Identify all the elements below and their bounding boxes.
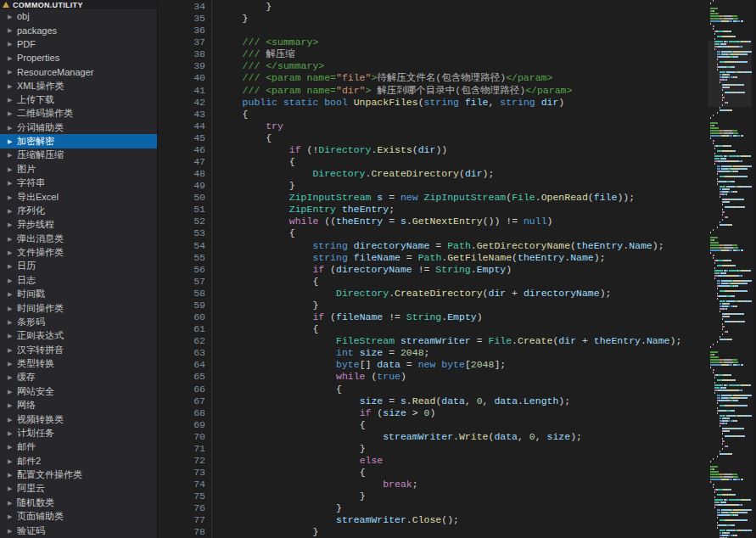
code-line-53[interactable]: 53{ [158, 227, 703, 239]
code-line-44[interactable]: 44try [158, 120, 703, 132]
code-line-68[interactable]: 68if (size > 0) [158, 407, 703, 419]
sidebar-item-24[interactable]: ▶正则表达式 [0, 329, 157, 343]
sidebar-item-10[interactable]: ▶加密解密 [0, 134, 157, 148]
code-text: { [219, 276, 318, 288]
sidebar-item-18[interactable]: ▶文件操作类 [0, 245, 157, 259]
sidebar-item-27[interactable]: ▶缓存 [0, 371, 157, 384]
code-line-35[interactable]: 35} [158, 13, 703, 25]
code-line-59[interactable]: 59} [158, 300, 703, 311]
sidebar-item-7[interactable]: ▶上传下载 [0, 92, 157, 106]
sidebar-item-4[interactable]: ▶Properties [0, 51, 157, 64]
code-line-50[interactable]: 50ZipInputStream s = new ZipInputStream(… [158, 192, 703, 204]
sidebar-item-35[interactable]: ▶阿里云 [0, 482, 157, 496]
code-line-71[interactable]: 71} [158, 443, 703, 455]
sidebar-item-33[interactable]: ▶邮件2 [0, 454, 157, 468]
code-line-66[interactable]: 66{ [158, 384, 703, 395]
code-line-43[interactable]: 43{ [158, 109, 703, 120]
sidebar-item-22[interactable]: ▶时间操作类 [0, 301, 157, 315]
code-line-36[interactable]: 36 [158, 25, 703, 36]
code-line-75[interactable]: 75} [158, 490, 703, 502]
code-line-41[interactable]: 41/// <param name="dir"> 解压到哪个目录中(包含物理路径… [158, 85, 703, 97]
sidebar-item-3[interactable]: ▶PDF [0, 37, 157, 51]
chevron-right-icon: ▶ [8, 430, 17, 436]
sidebar-item-2[interactable]: ▶packages [0, 23, 157, 36]
sidebar-item-26[interactable]: ▶类型转换 [0, 356, 157, 370]
chevron-right-icon: ▶ [8, 291, 17, 297]
code-text: size = s.Read(data, 0, data.Length); [219, 395, 570, 407]
sidebar-item-20[interactable]: ▶日志 [0, 273, 157, 287]
project-root-node[interactable]: COMMON.UTILITY [0, 0, 157, 9]
sidebar-item-5[interactable]: ▶ResourceManager [0, 65, 157, 79]
code-line-38[interactable]: 38/// 解压缩 [158, 48, 703, 60]
sidebar-item-31[interactable]: ▶计划任务 [0, 426, 157, 440]
sidebar-item-label: ResourceManager [17, 67, 94, 77]
solution-tree: ▶obj▶packages▶PDF▶Properties▶ResourceMan… [0, 9, 157, 538]
line-number: 59 [158, 300, 205, 311]
code-line-42[interactable]: 42public static bool UnpackFiles(string … [158, 97, 703, 109]
sidebar-item-14[interactable]: ▶导出Excel [0, 190, 157, 204]
code-line-46[interactable]: 46if (!Directory.Exists(dir)) [158, 144, 703, 156]
code-line-73[interactable]: 73{ [158, 467, 703, 479]
code-line-74[interactable]: 74break; [158, 479, 703, 490]
code-line-55[interactable]: 55string fileName = Path.GetFileName(the… [158, 252, 703, 264]
code-line-78[interactable]: 78} [158, 526, 703, 538]
sidebar-item-1[interactable]: ▶obj [0, 9, 157, 23]
code-line-67[interactable]: 67size = s.Read(data, 0, data.Length); [158, 395, 703, 407]
code-line-70[interactable]: 70streamWriter.Write(data, 0, size); [158, 431, 703, 443]
code-line-40[interactable]: 40/// <param name="file">待解压文件名(包含物理路径)<… [158, 72, 703, 84]
code-text: { [219, 419, 366, 431]
sidebar-item-34[interactable]: ▶配置文件操作类 [0, 468, 157, 481]
code-line-58[interactable]: 58Directory.CreateDirectory(dir + direct… [158, 288, 703, 300]
sidebar-item-12[interactable]: ▶图片 [0, 162, 157, 176]
sidebar-item-6[interactable]: ▶XML操作类 [0, 79, 157, 92]
code-line-49[interactable]: 49} [158, 180, 703, 192]
code-line-57[interactable]: 57{ [158, 276, 703, 288]
sidebar-item-36[interactable]: ▶随机数类 [0, 496, 157, 509]
minimap[interactable] [708, 0, 752, 538]
sidebar-item-9[interactable]: ▶分词辅助类 [0, 120, 157, 134]
code-line-56[interactable]: 56if (directoryName != String.Empty) [158, 264, 703, 276]
code-line-39[interactable]: 39/// </summary> [158, 60, 703, 72]
sidebar-item-38[interactable]: ▶验证码 [0, 524, 157, 537]
minimap-slider[interactable] [708, 41, 752, 107]
sidebar-item-23[interactable]: ▶条形码 [0, 315, 157, 328]
sidebar-item-11[interactable]: ▶压缩解压缩 [0, 149, 157, 162]
chevron-right-icon: ▶ [8, 55, 17, 61]
sidebar-item-25[interactable]: ▶汉字转拼音 [0, 343, 157, 356]
code-line-65[interactable]: 65while (true) [158, 371, 703, 383]
code-line-61[interactable]: 61{ [158, 323, 703, 335]
sidebar-item-29[interactable]: ▶网络 [0, 399, 157, 412]
chevron-right-icon: ▶ [8, 83, 17, 89]
code-line-77[interactable]: 77streamWriter.Close(); [158, 514, 703, 526]
sidebar-item-16[interactable]: ▶异步线程 [0, 218, 157, 232]
sidebar-item-19[interactable]: ▶日历 [0, 260, 157, 273]
code-line-34[interactable]: 34} [158, 1, 703, 13]
sidebar-item-13[interactable]: ▶字符串 [0, 177, 157, 190]
code-line-63[interactable]: 63int size = 2048; [158, 347, 703, 359]
sidebar-item-15[interactable]: ▶序列化 [0, 204, 157, 217]
sidebar-item-32[interactable]: ▶邮件 [0, 440, 157, 454]
code-line-48[interactable]: 48Directory.CreateDirectory(dir); [158, 168, 703, 180]
code-line-52[interactable]: 52while ((theEntry = s.GetNextEntry()) !… [158, 216, 703, 227]
sidebar-item-28[interactable]: ▶网站安全 [0, 384, 157, 398]
code-line-51[interactable]: 51ZipEntry theEntry; [158, 204, 703, 216]
code-line-62[interactable]: 62FileStream streamWriter = File.Create(… [158, 335, 703, 347]
code-line-60[interactable]: 60if (fileName != String.Empty) [158, 311, 703, 323]
code-line-47[interactable]: 47{ [158, 156, 703, 168]
code-line-54[interactable]: 54string directoryName = Path.GetDirecto… [158, 240, 703, 252]
sidebar-item-21[interactable]: ▶时间戳 [0, 288, 157, 301]
code-line-69[interactable]: 69{ [158, 419, 703, 431]
code-text: try [219, 120, 283, 132]
sidebar-item-label: 汉字转拼音 [17, 344, 64, 356]
sidebar-item-37[interactable]: ▶页面辅助类 [0, 510, 157, 524]
sidebar-item-label: 缓存 [17, 371, 36, 384]
code-line-37[interactable]: 37/// <summary> [158, 36, 703, 48]
code-line-45[interactable]: 45{ [158, 132, 703, 144]
code-line-72[interactable]: 72else [158, 455, 703, 467]
sidebar-item-30[interactable]: ▶视频转换类 [0, 412, 157, 426]
code-line-76[interactable]: 76} [158, 502, 703, 514]
sidebar-item-17[interactable]: ▶弹出消息类 [0, 232, 157, 245]
sidebar-item-8[interactable]: ▶二维码操作类 [0, 107, 157, 120]
code-editor[interactable]: 34}35}3637/// <summary>38/// 解压缩39/// </… [158, 0, 756, 538]
code-line-64[interactable]: 64byte[] data = new byte[2048]; [158, 359, 703, 371]
